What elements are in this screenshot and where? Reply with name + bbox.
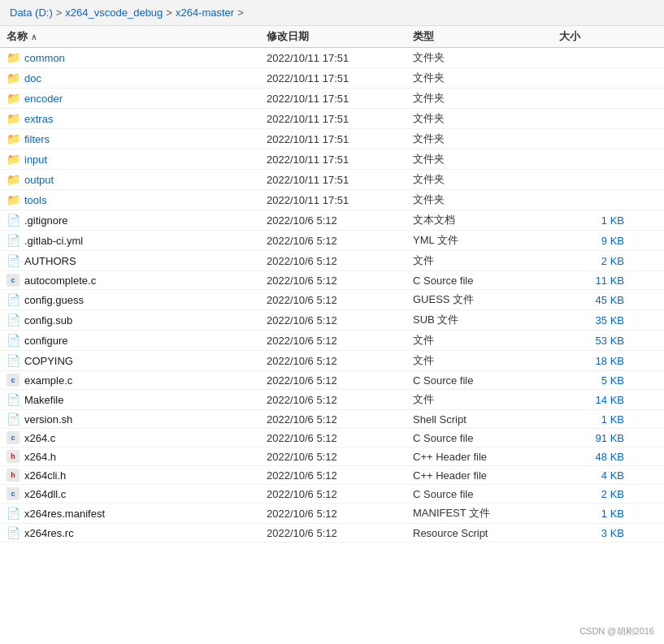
list-item[interactable]: 📁 tools 2022/10/11 17:51 文件夹: [0, 190, 664, 210]
file-name[interactable]: common: [24, 52, 65, 64]
list-item[interactable]: c example.c 2022/10/6 5:12 C Source file…: [0, 371, 664, 390]
file-size: 9 KB: [559, 235, 640, 247]
file-name-cell: 📄 Makefile: [7, 393, 267, 406]
file-type: GUESS 文件: [413, 292, 559, 307]
file-name-cell: 📁 filters: [7, 132, 267, 145]
file-name[interactable]: version.sh: [24, 413, 72, 426]
list-item[interactable]: 📄 x264res.rc 2022/10/6 5:12 Resource Scr…: [0, 524, 664, 542]
file-name[interactable]: doc: [24, 72, 41, 84]
file-name[interactable]: input: [24, 153, 47, 166]
list-item[interactable]: h x264cli.h 2022/10/6 5:12 C++ Header fi…: [0, 466, 664, 485]
list-item[interactable]: 📄 Makefile 2022/10/6 5:12 文件 14 KB: [0, 390, 664, 410]
list-item[interactable]: 📄 .gitignore 2022/10/6 5:12 文本文档 1 KB: [0, 210, 664, 231]
file-name[interactable]: AUTHORS: [24, 255, 76, 267]
list-item[interactable]: c x264.c 2022/10/6 5:12 C Source file 91…: [0, 429, 664, 447]
file-name[interactable]: x264cli.h: [24, 469, 66, 482]
file-type: 文件: [413, 253, 559, 268]
file-type: YML 文件: [413, 233, 559, 248]
folder-icon: 📁: [7, 132, 20, 145]
file-name[interactable]: .gitignore: [24, 214, 67, 227]
file-name[interactable]: x264res.manifest: [24, 508, 105, 520]
list-item[interactable]: 📁 encoder 2022/10/11 17:51 文件夹: [0, 89, 664, 109]
list-item[interactable]: 📄 COPYING 2022/10/6 5:12 文件 18 KB: [0, 351, 664, 371]
breadcrumb-sep-1: >: [56, 6, 63, 19]
file-size: 2 KB: [559, 488, 640, 500]
file-name[interactable]: Makefile: [24, 394, 63, 406]
col-type-header[interactable]: 类型: [413, 29, 559, 44]
file-name[interactable]: autocomplete.c: [24, 274, 96, 287]
file-name[interactable]: COPYING: [24, 355, 73, 367]
list-item[interactable]: 📁 common 2022/10/11 17:51 文件夹: [0, 48, 664, 68]
file-name[interactable]: x264dll.c: [24, 488, 66, 500]
folder-icon: 📁: [7, 153, 20, 166]
folder-icon: 📁: [7, 71, 20, 84]
file-date: 2022/10/6 5:12: [267, 294, 413, 306]
breadcrumb-item-master[interactable]: x264-master: [176, 6, 234, 19]
list-item[interactable]: 📁 input 2022/10/11 17:51 文件夹: [0, 149, 664, 170]
file-name-cell: 📄 .gitlab-ci.yml: [7, 234, 267, 247]
file-date: 2022/10/6 5:12: [267, 235, 413, 247]
list-item[interactable]: c autocomplete.c 2022/10/6 5:12 C Source…: [0, 271, 664, 290]
list-item[interactable]: 📁 filters 2022/10/11 17:51 文件夹: [0, 129, 664, 149]
file-name[interactable]: config.sub: [24, 314, 72, 326]
list-item[interactable]: 📁 output 2022/10/11 17:51 文件夹: [0, 170, 664, 190]
list-item[interactable]: 📄 config.guess 2022/10/6 5:12 GUESS 文件 4…: [0, 290, 664, 310]
file-name[interactable]: filters: [24, 133, 50, 145]
file-date: 2022/10/11 17:51: [267, 93, 413, 105]
file-name[interactable]: configure: [24, 335, 67, 347]
file-icon: 📄: [7, 234, 20, 247]
file-name[interactable]: x264.h: [24, 451, 56, 463]
list-item[interactable]: 📁 doc 2022/10/11 17:51 文件夹: [0, 68, 664, 89]
file-name-cell: c x264.c: [7, 431, 267, 444]
shell-icon: 📄: [7, 413, 20, 426]
file-icon: 📄: [7, 354, 20, 367]
c-source-icon: c: [7, 487, 20, 500]
list-item[interactable]: 📄 config.sub 2022/10/6 5:12 SUB 文件 35 KB: [0, 310, 664, 331]
file-name[interactable]: extras: [24, 113, 53, 125]
file-name-cell: c example.c: [7, 374, 267, 387]
file-name[interactable]: output: [24, 174, 54, 186]
file-date: 2022/10/6 5:12: [267, 255, 413, 267]
file-name[interactable]: .gitlab-ci.yml: [24, 235, 83, 247]
file-name[interactable]: x264.c: [24, 432, 55, 444]
file-icon: 📄: [7, 254, 20, 267]
file-name-cell: 📄 config.guess: [7, 293, 267, 306]
file-type: C++ Header file: [413, 469, 559, 482]
file-date: 2022/10/11 17:51: [267, 72, 413, 84]
breadcrumb-sep-3: >: [237, 6, 244, 19]
file-date: 2022/10/6 5:12: [267, 451, 413, 463]
file-name[interactable]: config.guess: [24, 294, 84, 306]
list-item[interactable]: 📄 version.sh 2022/10/6 5:12 Shell Script…: [0, 410, 664, 429]
c-source-icon: c: [7, 431, 20, 444]
file-name-cell: 📁 extras: [7, 112, 267, 125]
file-date: 2022/10/6 5:12: [267, 314, 413, 326]
file-type: C Source file: [413, 488, 559, 500]
list-item[interactable]: h x264.h 2022/10/6 5:12 C++ Header file …: [0, 447, 664, 466]
file-date: 2022/10/11 17:51: [267, 153, 413, 166]
file-size: 53 KB: [559, 335, 640, 347]
folder-icon: 📁: [7, 92, 20, 105]
col-name-header[interactable]: 名称 ∧: [7, 29, 267, 44]
file-date: 2022/10/11 17:51: [267, 133, 413, 145]
breadcrumb-item-data[interactable]: Data (D:): [10, 6, 53, 19]
file-name[interactable]: x264res.rc: [24, 527, 74, 539]
breadcrumb-item-vscode[interactable]: x264_vscode_debug: [65, 6, 163, 19]
col-size-header[interactable]: 大小: [559, 29, 640, 44]
file-name[interactable]: tools: [24, 194, 46, 206]
list-item[interactable]: 📄 x264res.manifest 2022/10/6 5:12 MANIFE…: [0, 504, 664, 524]
file-date: 2022/10/6 5:12: [267, 335, 413, 347]
list-item[interactable]: 📄 configure 2022/10/6 5:12 文件 53 KB: [0, 331, 664, 351]
list-item[interactable]: 📄 .gitlab-ci.yml 2022/10/6 5:12 YML 文件 9…: [0, 231, 664, 251]
list-item[interactable]: 📁 extras 2022/10/11 17:51 文件夹: [0, 109, 664, 129]
file-icon: 📄: [7, 313, 20, 326]
sort-arrow-icon: ∧: [31, 32, 37, 41]
file-icon: 📄: [7, 526, 20, 539]
list-item[interactable]: 📄 AUTHORS 2022/10/6 5:12 文件 2 KB: [0, 251, 664, 271]
folder-icon: 📁: [7, 173, 20, 186]
file-name[interactable]: example.c: [24, 374, 72, 387]
list-item[interactable]: c x264dll.c 2022/10/6 5:12 C Source file…: [0, 485, 664, 504]
file-name[interactable]: encoder: [24, 93, 63, 105]
file-type: 文件夹: [413, 111, 559, 126]
col-date-header[interactable]: 修改日期: [267, 29, 413, 44]
file-date: 2022/10/6 5:12: [267, 274, 413, 287]
